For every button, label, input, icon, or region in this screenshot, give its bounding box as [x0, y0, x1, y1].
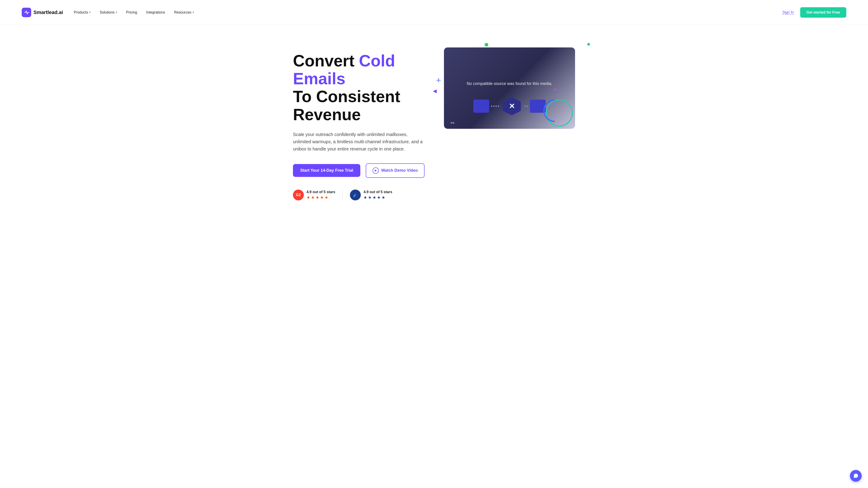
hero-subtitle: Scale your outreach confidently with unl…	[293, 131, 424, 153]
play-icon: ▶	[373, 167, 379, 174]
hero-right: ◀ ▶▶▶▶ No compatible source was found fo…	[430, 47, 575, 129]
sign-in-button[interactable]: Sign In	[782, 10, 794, 14]
video-controls: ▶▶	[451, 121, 455, 124]
get-started-button[interactable]: Get started for Free	[800, 7, 846, 18]
nav-actions: Sign In Get started for Free	[782, 7, 846, 18]
video-no-source-text: No compatible source was found for this …	[467, 81, 552, 86]
nav-resources[interactable]: Resources ▾	[174, 10, 194, 14]
decorative-plus-pink: ✛	[553, 87, 557, 93]
capterra-score: 4.9 out of 5 stars	[364, 190, 392, 194]
logo[interactable]: Smartlead.ai	[22, 8, 63, 17]
capterra-rating-info: 4.9 out of 5 stars ★ ★ ★ ★ ★	[364, 190, 392, 200]
g2-stars: ★ ★ ★ ★ ★	[307, 195, 335, 200]
decorative-dot-green2	[587, 43, 590, 46]
logo-text: Smartlead.ai	[33, 9, 63, 15]
chevron-down-icon: ▾	[193, 11, 194, 14]
nav-integrations[interactable]: Integrations	[146, 10, 165, 14]
nav-pricing[interactable]: Pricing	[126, 10, 137, 14]
capterra-stars: ★ ★ ★ ★ ★	[364, 195, 392, 200]
svg-marker-1	[354, 193, 357, 194]
g2-badge: G2	[293, 190, 304, 200]
nav-solutions[interactable]: Solutions ▾	[100, 10, 117, 14]
navbar: Smartlead.ai Products ▾ Solutions ▾ Pric…	[0, 0, 868, 25]
capterra-badge	[350, 190, 361, 200]
rating-divider	[342, 190, 343, 200]
chevron-down-icon: ▾	[89, 11, 91, 14]
diagram-box-left	[473, 100, 489, 113]
ratings: G2 4.9 out of 5 stars ★ ★ ★ ★ ★	[293, 190, 430, 200]
demo-button[interactable]: ▶ Watch Demo Video	[366, 163, 425, 178]
rating-g2: G2 4.9 out of 5 stars ★ ★ ★ ★ ★	[293, 190, 335, 200]
logo-icon	[22, 8, 31, 17]
diagram-box-right	[530, 100, 546, 113]
nav-products[interactable]: Products ▾	[74, 10, 91, 14]
decorative-plus-blue: ✛	[436, 77, 441, 84]
diagram-hex: ✕	[503, 97, 521, 115]
diagram-dots-left	[491, 105, 499, 107]
hero-left: Convert Cold Emails To Consistent Revenu…	[293, 47, 430, 200]
decorative-dot-green	[485, 43, 488, 46]
g2-score: 4.9 out of 5 stars	[307, 190, 335, 194]
g2-rating-info: 4.9 out of 5 stars ★ ★ ★ ★ ★	[307, 190, 335, 200]
hero-title: Convert Cold Emails To Consistent Revenu…	[293, 52, 430, 124]
diagram-dots-right	[524, 105, 528, 107]
chevron-down-icon: ▾	[116, 11, 117, 14]
trial-button[interactable]: Start Your 14-Day Free Trial	[293, 164, 360, 177]
hero-section: Convert Cold Emails To Consistent Revenu…	[271, 25, 597, 223]
decorative-arrow-left: ◀	[433, 88, 437, 94]
nav-links: Products ▾ Solutions ▾ Pricing Integrati…	[74, 10, 782, 14]
video-diagram: ✕	[473, 97, 546, 115]
rating-capterra: 4.9 out of 5 stars ★ ★ ★ ★ ★	[350, 190, 392, 200]
hero-buttons: Start Your 14-Day Free Trial ▶ Watch Dem…	[293, 163, 430, 178]
support-chat-button[interactable]	[850, 470, 862, 482]
